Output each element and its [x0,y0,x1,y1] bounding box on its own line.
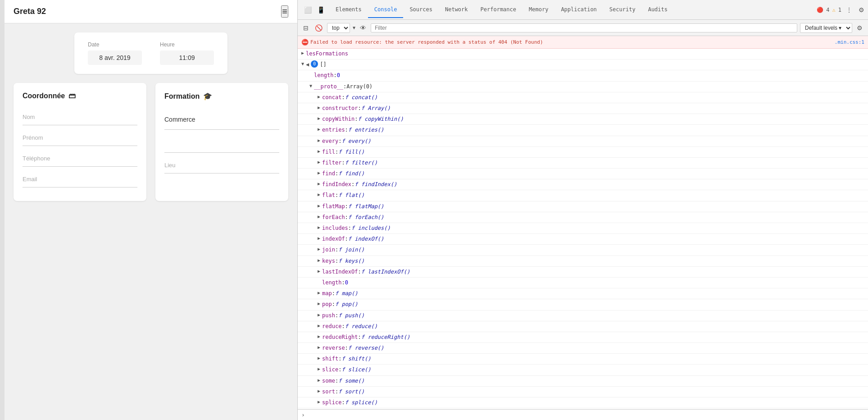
toggle-arrow-icon[interactable]: ▶ [318,333,320,340]
toggle-arrow-icon[interactable]: ▶ [318,289,320,297]
console-line[interactable]: ▶sort: f sort() [298,387,868,397]
more-options-button[interactable]: ⋮ [844,5,854,14]
device-icon[interactable]: 📱 [315,5,327,14]
toggle-arrow-icon[interactable]: ▶ [318,159,320,166]
toggle-arrow-icon[interactable]: ▼ [309,82,312,90]
drawer-toggle[interactable]: ⊟ [301,23,310,32]
prop-colon: : [348,224,351,233]
toggle-arrow-icon[interactable]: ▶ [318,93,320,100]
settings-button[interactable]: ⚙ [857,5,866,14]
console-line[interactable]: ▶reverse: f reverse() [298,343,868,354]
prop-colon: : [341,93,345,102]
toggle-arrow-icon[interactable]: ▶ [318,235,320,242]
console-line[interactable]: ▶length: 0 [298,70,868,81]
tab-application[interactable]: Application [554,2,603,18]
console-line[interactable]: ▶map: f map() [298,288,868,299]
toggle-arrow-icon[interactable]: ▶ [318,126,320,133]
error-link[interactable]: .min.css:1 [835,39,864,45]
prop-key: splice [322,398,341,407]
inspect-icon[interactable]: ⬜ [302,5,314,14]
toggle-arrow-icon[interactable]: ▶ [318,180,320,187]
console-line[interactable]: ▶forEach: f forEach() [298,212,868,223]
console-settings-button[interactable]: ⚙ [855,23,864,32]
tab-security[interactable]: Security [603,2,642,18]
tab-audits[interactable]: Audits [642,2,674,18]
prop-colon: : [341,398,345,407]
prop-colon: : [335,246,338,254]
console-line[interactable]: ▶copyWithin: f copyWithin() [298,114,868,125]
console-line[interactable]: ▶flat: f flat() [298,190,868,201]
toggle-arrow-icon[interactable]: ▶ [318,169,320,177]
toggle-arrow-icon[interactable]: ▶ [318,355,320,362]
clear-console-button[interactable]: 🚫 [313,23,324,32]
console-line[interactable]: ▶lesFormations [298,49,868,59]
console-line[interactable]: ▶concat: f concat() [298,92,868,103]
console-line[interactable]: ▶join: f join() [298,245,868,256]
toggle-arrow-icon[interactable]: ▶ [318,104,320,111]
toggle-arrow-icon[interactable]: ▶ [318,388,320,395]
console-line[interactable]: ▶reduce: f reduce() [298,321,868,332]
console-line[interactable]: ▶splice: f splice() [298,397,868,408]
context-select[interactable]: top [327,23,350,33]
toggle-arrow-icon[interactable]: ▶ [318,224,320,231]
toggle-arrow-icon[interactable]: ▶ [318,377,320,384]
console-line[interactable]: ▶fill: f fill() [298,147,868,158]
console-line[interactable]: ▶shift: f shift() [298,354,868,365]
toggle-arrow-icon[interactable]: ▶ [318,268,320,275]
prop-colon: : [335,377,338,385]
console-line[interactable]: ▶constructor: f Array() [298,103,868,114]
console-line[interactable]: ▶keys: f keys() [298,256,868,267]
toggle-arrow-icon[interactable]: ▶ [318,311,320,319]
hamburger-button[interactable]: ≡ [281,5,288,18]
console-input[interactable] [308,412,864,418]
toggle-arrow-icon[interactable]: ▶ [318,213,320,220]
console-line[interactable]: ▼◀0[] [298,59,868,70]
tab-console[interactable]: Console [368,2,404,18]
console-line[interactable]: ▶length: 0 [298,278,868,288]
toggle-arrow-icon[interactable]: ▶ [318,257,320,264]
toggle-arrow-icon[interactable]: ▶ [301,50,304,57]
console-line[interactable]: ▶includes: f includes() [298,223,868,234]
prop-val: f reduceRight() [361,333,410,342]
tab-network[interactable]: Network [439,2,474,18]
filter-input[interactable] [371,23,797,32]
toggle-arrow-icon[interactable]: ▶ [318,115,320,122]
app-content: Date 8 avr. 2019 Heure 11:09 Coordonnée … [5,23,297,210]
tab-end: 🔴 4 ⚠ 1 ⋮ ⚙ [817,5,866,14]
formation-empty-field [164,134,279,153]
lieu-label: Lieu [164,162,279,169]
console-line[interactable]: ▶push: f push() [298,310,868,321]
console-line[interactable]: ▶slice: f slice() [298,365,868,375]
toggle-arrow-icon[interactable]: ▼ [301,60,304,68]
console-line[interactable]: ▶flatMap: f flatMap() [298,201,868,212]
console-line[interactable]: ▶pop: f pop() [298,299,868,310]
levels-select[interactable]: Default levels ▾ [800,23,852,33]
toggle-arrow-icon[interactable]: ▶ [318,137,320,144]
tab-memory[interactable]: Memory [523,2,554,18]
console-line[interactable]: ▶indexOf: f indexOf() [298,234,868,245]
toggle-arrow-icon[interactable]: ▶ [318,300,320,307]
console-line[interactable]: ▶lastIndexOf: f lastIndexOf() [298,267,868,278]
console-line[interactable]: ▶entries: f entries() [298,125,868,136]
console-line[interactable]: ▼__proto__: Array(0) [298,82,868,92]
toggle-arrow-icon[interactable]: ▶ [318,246,320,253]
toggle-arrow-icon[interactable]: ▶ [318,344,320,351]
toggle-arrow-icon[interactable]: ▶ [318,148,320,155]
back-arrow-icon[interactable]: ◀ [306,60,309,69]
tab-elements[interactable]: Elements [329,2,368,18]
toggle-arrow-icon[interactable]: ▶ [318,365,320,373]
console-line[interactable]: ▶find: f find() [298,169,868,179]
toggle-arrow-icon[interactable]: ▶ [318,191,320,198]
tab-performance[interactable]: Performance [474,2,523,18]
toggle-arrow-icon[interactable]: ▶ [318,322,320,329]
tab-sources[interactable]: Sources [403,2,439,18]
console-line[interactable]: ▶reduceRight: f reduceRight() [298,332,868,343]
toggle-arrow-icon[interactable]: ▶ [318,202,320,210]
console-line[interactable]: ▶every: f every() [298,136,868,147]
toggle-arrow-icon[interactable]: ▶ [318,398,320,406]
console-line[interactable]: ▶some: f some() [298,376,868,387]
eye-icon[interactable]: 👁 [358,23,368,32]
console-line[interactable]: ▶filter: f filter() [298,158,868,169]
console-line[interactable]: ▶findIndex: f findIndex() [298,179,868,190]
date-label: Date [88,41,142,48]
